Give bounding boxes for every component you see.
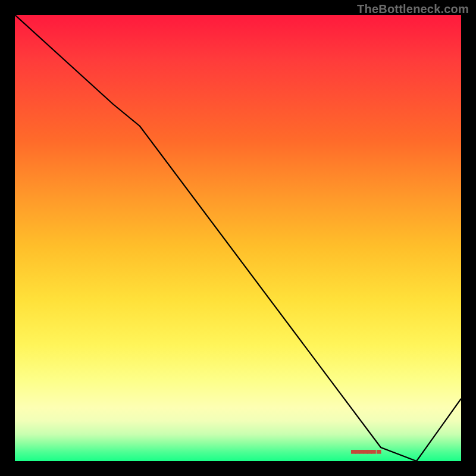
chart-line-curve — [15, 15, 461, 461]
chart-frame: TheBottleneck.com ▀▀▀▀▀▀ ▀ — [0, 0, 476, 476]
chart-plot-area: ▀▀▀▀▀▀ ▀ — [15, 15, 461, 461]
attribution-label: TheBottleneck.com — [357, 2, 469, 16]
